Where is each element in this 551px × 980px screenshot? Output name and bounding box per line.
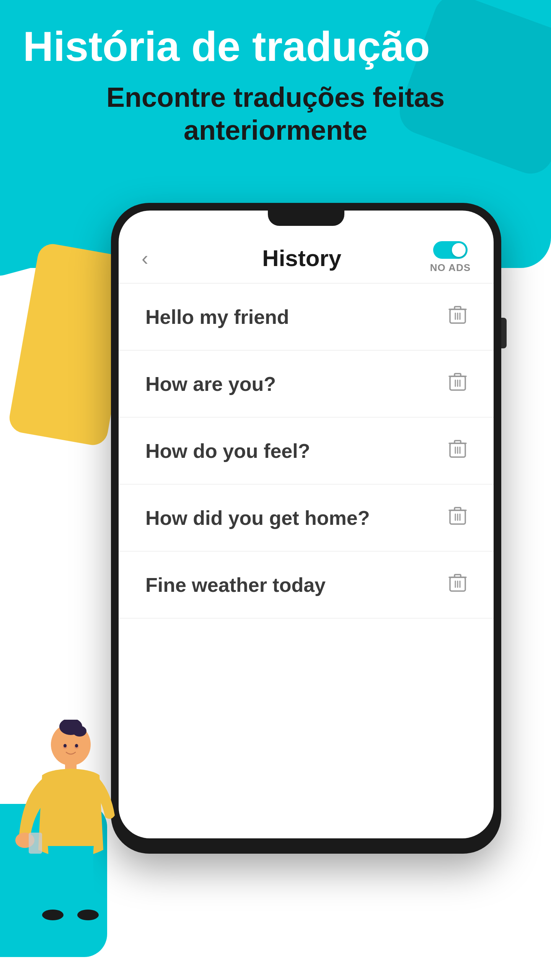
- phone-container: ‹ History NO ADS Hello my friend: [77, 203, 536, 854]
- history-item[interactable]: Hello my friend: [119, 284, 494, 351]
- character-illustration: [11, 720, 126, 942]
- history-item-text: How do you feel?: [145, 439, 310, 462]
- no-ads-toggle-area: NO ADS: [430, 241, 471, 274]
- delete-icon[interactable]: [448, 506, 467, 530]
- header-section: História de tradução Encontre traduções …: [23, 23, 528, 147]
- history-item-text: Hello my friend: [145, 305, 289, 328]
- delete-icon[interactable]: [448, 573, 467, 597]
- svg-point-16: [77, 910, 99, 920]
- back-button[interactable]: ‹: [142, 247, 148, 270]
- svg-point-11: [75, 744, 78, 748]
- delete-icon[interactable]: [448, 439, 467, 463]
- history-item[interactable]: How did you get home?: [119, 485, 494, 552]
- phone-notch: [268, 211, 344, 226]
- svg-point-7: [73, 726, 86, 737]
- history-item[interactable]: Fine weather today: [119, 552, 494, 619]
- history-item-text: Fine weather today: [145, 573, 326, 596]
- nav-title: History: [163, 245, 440, 271]
- history-item-text: How did you get home?: [145, 506, 370, 529]
- svg-rect-14: [29, 833, 42, 854]
- phone-screen: ‹ History NO ADS Hello my friend: [119, 211, 494, 838]
- subtitle: Encontre traduções feitas anteriormente: [23, 81, 528, 147]
- toggle-dot: [452, 243, 466, 257]
- no-ads-label: NO ADS: [430, 262, 471, 274]
- svg-point-10: [64, 744, 67, 748]
- phone-frame: ‹ History NO ADS Hello my friend: [111, 203, 501, 854]
- main-title: História de tradução: [23, 23, 528, 69]
- history-list: Hello my friend How are you?: [119, 284, 494, 619]
- delete-icon[interactable]: [448, 372, 467, 396]
- app-nav: ‹ History NO ADS: [119, 226, 494, 284]
- no-ads-toggle[interactable]: [433, 241, 468, 259]
- phone-side-button: [501, 318, 507, 348]
- svg-point-15: [42, 910, 64, 920]
- delete-icon[interactable]: [448, 305, 467, 329]
- history-item[interactable]: How do you feel?: [119, 418, 494, 485]
- history-item[interactable]: How are you?: [119, 351, 494, 418]
- history-item-text: How are you?: [145, 372, 276, 395]
